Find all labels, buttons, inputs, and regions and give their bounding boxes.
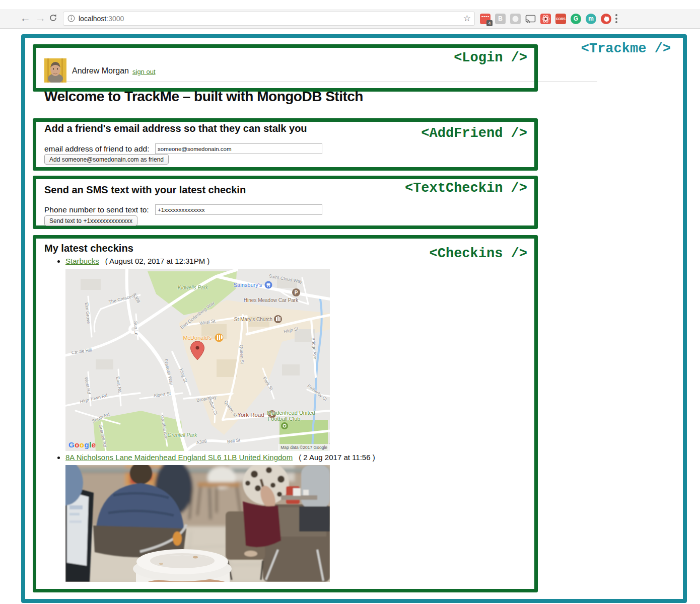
browser-toolbar: ← → localhost:3000 ☆ 4 B bbox=[0, 9, 700, 29]
map-label: Maidenhead United bbox=[267, 410, 315, 416]
checkin-item: Starbucks( August 02, 2017 at 12:31PM ) bbox=[65, 257, 375, 451]
browser-window: ← → localhost:3000 ☆ 4 B bbox=[0, 0, 700, 604]
map-label: Castle Hill bbox=[71, 347, 92, 355]
session-extension-icon[interactable]: 4 bbox=[480, 14, 491, 24]
back-icon[interactable]: ← bbox=[20, 12, 31, 24]
coffee-cup bbox=[133, 549, 232, 582]
phone-number-input[interactable] bbox=[155, 204, 322, 215]
map-label: Football Club bbox=[268, 416, 301, 422]
map-label: Kidwells Park bbox=[178, 285, 208, 290]
avatar bbox=[44, 58, 66, 83]
login-label: <Login /> bbox=[454, 50, 527, 65]
react-devtools-extension-icon[interactable] bbox=[540, 14, 551, 24]
map-attribution: Map data ©2017 Google bbox=[278, 444, 330, 451]
map-label: Grenfell Park bbox=[168, 432, 197, 438]
url-host: localhost bbox=[79, 15, 106, 23]
url-port: :3000 bbox=[106, 15, 124, 23]
map-label: McDonald's bbox=[183, 335, 212, 341]
map-label: Grenfell Rd bbox=[98, 424, 107, 448]
map-label: West Rd bbox=[84, 376, 92, 395]
map-label: St Mary's Church bbox=[234, 317, 272, 322]
map-label: West St bbox=[199, 319, 216, 326]
map-label: Frascati Way bbox=[163, 358, 174, 385]
map-label: Sainsbury's bbox=[234, 282, 262, 288]
trackme-label: <Trackme /> bbox=[581, 41, 671, 56]
phone-field-label: Phone number to send text to: bbox=[44, 205, 149, 214]
checkins-label: <Checkins /> bbox=[430, 246, 527, 261]
map-label: Bad Godesberg Way bbox=[179, 300, 216, 330]
add-friend-button[interactable]: Add someone@somedonain.com as friend bbox=[44, 154, 169, 165]
checkin-time: ( August 02, 2017 at 12:31PM ) bbox=[105, 257, 210, 265]
map-label: A308 bbox=[132, 292, 142, 304]
url-text: localhost:3000 bbox=[79, 15, 124, 23]
map-label: Hines Meadow Car Park bbox=[244, 297, 298, 303]
map-label: Elm Grove bbox=[84, 302, 91, 324]
m-extension-icon[interactable]: m bbox=[586, 14, 596, 24]
map-label: Queen St bbox=[223, 400, 238, 418]
user-name: Andrew Morgan bbox=[72, 66, 129, 76]
browser-menu-icon[interactable] bbox=[615, 14, 617, 25]
add-friend-component: Add a friend's email address so that the… bbox=[33, 118, 538, 171]
checkin-item: 8A Nicholsons Lane Maidenhead England SL… bbox=[65, 453, 375, 582]
cast-extension-icon[interactable] bbox=[525, 14, 536, 24]
map-label: Park St bbox=[262, 376, 274, 391]
photo-graphic bbox=[65, 465, 330, 582]
map-label: Grenfell Ave bbox=[160, 415, 169, 440]
map-label: East Rd bbox=[115, 376, 122, 393]
map-label: High Town Rd bbox=[80, 393, 108, 404]
text-checkin-label: <TextCheckin /> bbox=[405, 181, 527, 196]
browser-chrome: ← → localhost:3000 ☆ 4 B bbox=[0, 0, 700, 29]
url-bar[interactable]: localhost:3000 ☆ bbox=[63, 12, 475, 26]
extension-badge: 4 bbox=[486, 20, 493, 26]
map-label: York Road bbox=[237, 412, 264, 418]
checkin-time: ( 2 Aug 2017 at 11:56 ) bbox=[299, 453, 375, 462]
text-checkin-heading: Send an SMS text with your latest checki… bbox=[44, 184, 246, 196]
map-label: Sun Ln bbox=[133, 321, 139, 335]
trackme-component: <Trackme /> <Login /> Andrew Morgan bbox=[21, 34, 687, 603]
grammarly-extension-icon[interactable]: G bbox=[571, 14, 581, 24]
send-text-button[interactable]: Send text to +1xxxxxxxxxxxxxx bbox=[44, 215, 137, 226]
map-label: Albert St bbox=[153, 391, 171, 399]
text-checkin-component: Send an SMS text with your latest checki… bbox=[33, 176, 538, 229]
checkin-place-link[interactable]: 8A Nicholsons Lane Maidenhead England SL… bbox=[65, 453, 293, 462]
map-label: Queen St bbox=[239, 345, 245, 364]
map-label: A308 bbox=[196, 438, 207, 445]
checkin-place-link[interactable]: Starbucks bbox=[65, 257, 99, 265]
map-labels: Saint-Cloud WaySainsbury'sHines Meadow C… bbox=[65, 269, 330, 451]
b-extension-icon[interactable]: B bbox=[495, 14, 506, 24]
sign-out-link[interactable]: sign out bbox=[132, 68, 156, 76]
login-component: <Login /> Andrew Morgan sign out bbox=[33, 44, 538, 92]
checkins-component: My latest checkins <Checkins /> Starbuck… bbox=[33, 235, 538, 592]
map-label: South Rd bbox=[91, 412, 110, 424]
friend-email-input[interactable] bbox=[155, 143, 322, 154]
checkin-list: Starbucks( August 02, 2017 at 12:31PM ) bbox=[36, 257, 375, 584]
reload-icon[interactable] bbox=[49, 14, 57, 24]
email-field-label: email address of friend to add: bbox=[44, 144, 150, 154]
bookmark-star-icon[interactable]: ☆ bbox=[463, 13, 471, 24]
google-logo: Google bbox=[68, 440, 96, 449]
forward-icon[interactable]: → bbox=[35, 12, 46, 24]
map-label: Saint-Cloud Way bbox=[268, 273, 303, 284]
checkin-photo bbox=[65, 465, 330, 582]
page-title: Welcome to TrackMe – built with MongoDB … bbox=[44, 89, 363, 105]
map-label: Bell St bbox=[227, 437, 240, 444]
extension-icons: 4 B CORS G bbox=[480, 13, 611, 25]
checkin-map[interactable]: P Saint-Cloud bbox=[65, 269, 330, 451]
map-label: King St bbox=[178, 368, 188, 384]
add-friend-label: <AddFriend /> bbox=[421, 126, 527, 141]
checkins-heading: My latest checkins bbox=[44, 243, 133, 254]
map-label: Bridge Ave bbox=[311, 337, 318, 359]
cat-extension-icon[interactable] bbox=[601, 14, 611, 24]
add-friend-heading: Add a friend's email address so that the… bbox=[44, 123, 307, 134]
page-info-icon[interactable] bbox=[67, 15, 75, 24]
cors-extension-icon[interactable]: CORS bbox=[555, 14, 566, 24]
pocket-extension-icon[interactable] bbox=[510, 14, 521, 24]
map-label: Fotherby Ct bbox=[306, 384, 328, 402]
map-label: High St bbox=[283, 326, 299, 334]
